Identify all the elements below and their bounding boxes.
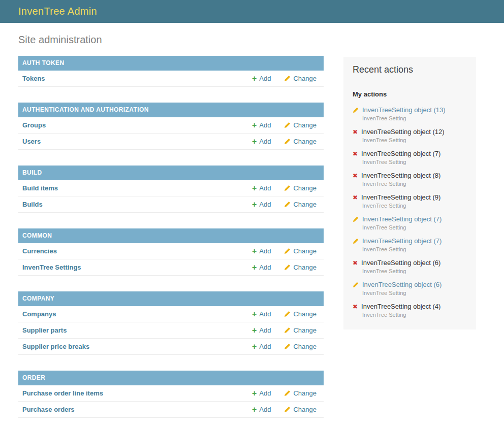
change-label: Change xyxy=(293,184,317,192)
model-row: Supplier price breaks + Add Change xyxy=(18,339,324,355)
add-link[interactable]: + Add xyxy=(252,184,271,192)
add-link[interactable]: + Add xyxy=(252,75,271,82)
recent-action-line: ✖ InvenTreeSetting object (8) xyxy=(353,172,470,179)
recent-action-deleted-label: InvenTreeSetting object (12) xyxy=(361,128,445,136)
add-link[interactable]: + Add xyxy=(252,138,271,145)
x-icon: ✖ xyxy=(353,129,358,135)
add-link[interactable]: + Add xyxy=(252,406,271,413)
model-link[interactable]: Tokens xyxy=(22,75,45,82)
recent-action-line: ✖ InvenTreeSetting object (9) xyxy=(353,193,470,201)
model-link[interactable]: Companys xyxy=(22,310,56,318)
x-icon: ✖ xyxy=(353,260,358,266)
model-row: Purchase order line items + Add Change xyxy=(18,385,324,402)
model-link[interactable]: Purchase orders xyxy=(22,406,75,413)
model-row: Groups + Add Change xyxy=(18,117,324,134)
recent-action-type: InvenTree Setting xyxy=(362,181,470,187)
model-link[interactable]: Purchase order line items xyxy=(22,389,103,397)
plus-icon: + xyxy=(252,344,257,350)
recent-action-type: InvenTree Setting xyxy=(362,312,470,318)
change-link[interactable]: Change xyxy=(284,138,317,145)
app-section-header: AUTHENTICATION AND AUTHORIZATION xyxy=(18,103,324,117)
model-row: Users + Add Change xyxy=(18,134,324,150)
model-row: Builds + Add Change xyxy=(18,196,324,213)
change-link[interactable]: Change xyxy=(284,121,317,129)
change-label: Change xyxy=(293,389,317,397)
pencil-icon xyxy=(284,138,291,145)
change-label: Change xyxy=(293,310,317,318)
pencil-icon xyxy=(284,75,291,82)
model-link[interactable]: InvenTree Settings xyxy=(22,263,81,271)
change-link[interactable]: Change xyxy=(284,310,317,318)
change-link[interactable]: Change xyxy=(284,184,317,192)
change-link[interactable]: Change xyxy=(284,389,317,397)
add-label: Add xyxy=(259,201,271,208)
recent-action-line: InvenTreeSetting object (6) xyxy=(353,281,470,288)
model-link[interactable]: Supplier price breaks xyxy=(22,343,89,350)
recent-action-item: ✖ InvenTreeSetting object (8) InvenTree … xyxy=(353,169,470,190)
recent-action-link[interactable]: InvenTreeSetting object (7) xyxy=(362,215,442,223)
recent-action-line: ✖ InvenTreeSetting object (6) xyxy=(353,259,470,267)
change-label: Change xyxy=(293,263,317,271)
pencil-icon xyxy=(284,185,291,191)
change-link[interactable]: Change xyxy=(284,406,317,413)
model-link[interactable]: Supplier parts xyxy=(22,326,67,334)
model-rows: Groups + Add Change Users + Add Change xyxy=(18,117,324,150)
model-row: Supplier parts + Add Change xyxy=(18,322,324,339)
model-link[interactable]: Builds xyxy=(22,201,43,208)
my-actions-heading: My actions xyxy=(343,82,476,100)
add-label: Add xyxy=(259,406,271,413)
add-link[interactable]: + Add xyxy=(252,310,271,318)
recent-action-line: ✖ InvenTreeSetting object (12) xyxy=(353,128,470,136)
add-link[interactable]: + Add xyxy=(252,201,271,208)
recent-action-type: InvenTree Setting xyxy=(362,203,470,209)
add-label: Add xyxy=(259,326,271,334)
recent-action-line: InvenTreeSetting object (13) xyxy=(353,106,470,114)
change-link[interactable]: Change xyxy=(284,326,317,334)
site-title-link[interactable]: InvenTree Admin xyxy=(18,6,97,17)
recent-action-deleted-label: InvenTreeSetting object (4) xyxy=(361,303,440,310)
recent-action-type: InvenTree Setting xyxy=(362,137,470,144)
recent-action-line: ✖ InvenTreeSetting object (4) xyxy=(353,303,470,310)
model-row: Purchase orders + Add Change xyxy=(18,402,324,418)
add-link[interactable]: + Add xyxy=(252,121,271,129)
add-link[interactable]: + Add xyxy=(252,326,271,334)
change-link[interactable]: Change xyxy=(284,343,317,350)
model-row: InvenTree Settings + Add Change xyxy=(18,259,324,276)
change-link[interactable]: Change xyxy=(284,75,317,82)
pencil-icon xyxy=(353,238,359,244)
add-label: Add xyxy=(259,310,271,318)
pencil-icon xyxy=(284,406,291,413)
recent-action-type: InvenTree Setting xyxy=(362,115,470,122)
model-link[interactable]: Users xyxy=(22,138,41,145)
recent-action-item: InvenTreeSetting object (7) InvenTree Se… xyxy=(353,234,470,256)
add-link[interactable]: + Add xyxy=(252,343,271,350)
recent-action-item: ✖ InvenTreeSetting object (9) InvenTree … xyxy=(353,190,470,212)
recent-action-type: InvenTree Setting xyxy=(362,159,470,166)
app-module: BUILD Build items + Add Change Builds + … xyxy=(18,166,324,213)
recent-action-deleted-label: InvenTreeSetting object (7) xyxy=(361,150,440,157)
add-link[interactable]: + Add xyxy=(252,263,271,271)
model-link[interactable]: Groups xyxy=(22,121,46,129)
change-link[interactable]: Change xyxy=(284,247,317,255)
model-link[interactable]: Currencies xyxy=(22,247,57,255)
recent-action-deleted-label: InvenTreeSetting object (9) xyxy=(361,193,440,201)
recent-action-line: InvenTreeSetting object (7) xyxy=(353,237,470,245)
add-link[interactable]: + Add xyxy=(252,247,271,255)
add-link[interactable]: + Add xyxy=(252,389,271,397)
recent-action-item: InvenTreeSetting object (6) InvenTree Se… xyxy=(353,278,470,300)
change-label: Change xyxy=(293,201,317,208)
change-link[interactable]: Change xyxy=(284,201,317,208)
recent-action-link[interactable]: InvenTreeSetting object (7) xyxy=(362,237,442,245)
change-link[interactable]: Change xyxy=(284,263,317,271)
pencil-icon xyxy=(284,343,291,350)
recent-action-link[interactable]: InvenTreeSetting object (13) xyxy=(362,106,446,114)
recent-action-item: ✖ InvenTreeSetting object (7) InvenTree … xyxy=(353,147,470,169)
plus-icon: + xyxy=(252,202,257,208)
model-link[interactable]: Build items xyxy=(22,184,58,192)
x-icon: ✖ xyxy=(353,173,358,179)
add-label: Add xyxy=(259,263,271,271)
plus-icon: + xyxy=(252,122,257,128)
add-label: Add xyxy=(259,121,271,129)
pencil-icon xyxy=(284,327,291,334)
recent-action-link[interactable]: InvenTreeSetting object (6) xyxy=(362,281,442,288)
